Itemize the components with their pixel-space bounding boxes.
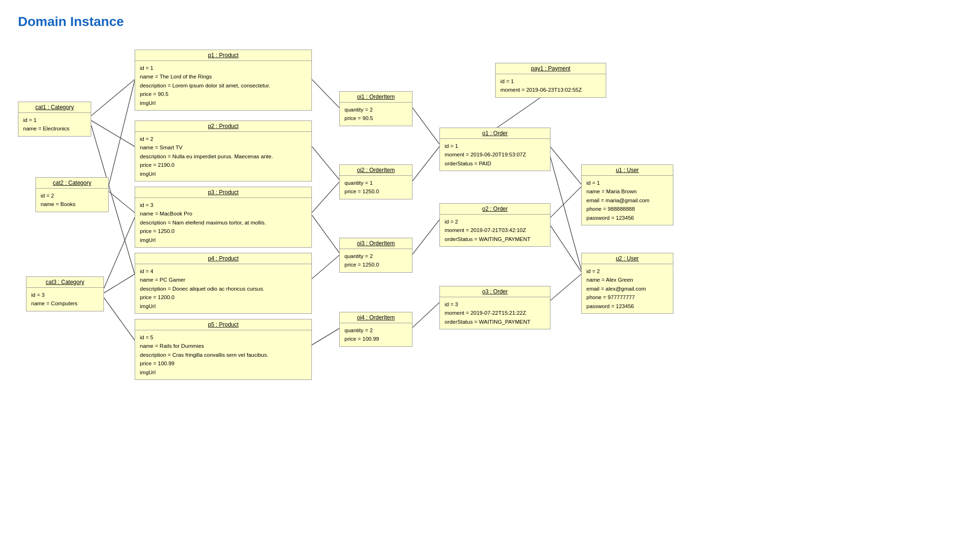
cat2-box: cat2 : Category id = 2name = Books: [35, 177, 109, 212]
cat1-body: id = 1name = Electronics: [18, 113, 91, 136]
svg-line-3: [109, 191, 135, 213]
cat3-box: cat3 : Category id = 3name = Computers: [26, 276, 104, 311]
o2-title: o2 : Order: [440, 204, 550, 215]
svg-line-20: [548, 149, 581, 269]
p1-box: p1 : Product id = 1 name = The Lord of t…: [135, 50, 312, 111]
u1-title: u1 : User: [582, 165, 673, 176]
svg-line-13: [312, 328, 339, 345]
page-title: Domain Instance: [18, 14, 124, 29]
u2-body: id = 2 name = Alex Green email = alex@gm…: [582, 264, 673, 313]
svg-line-23: [548, 274, 581, 302]
oi2-title: oi2 : OrderItem: [340, 165, 412, 176]
oi1-body: quantity = 2 price = 90.5: [340, 103, 412, 126]
p5-box: p5 : Product id = 5 name = Rails for Dum…: [135, 319, 312, 380]
cat1-title: cat1 : Category: [18, 102, 91, 113]
p4-title: p4 : Product: [135, 253, 311, 264]
svg-line-14: [413, 108, 439, 144]
o1-title: o1 : Order: [440, 128, 550, 139]
u2-title: u2 : User: [582, 253, 673, 264]
oi1-title: oi1 : OrderItem: [340, 92, 412, 103]
u2-box: u2 : User id = 2 name = Alex Green email…: [581, 253, 673, 314]
svg-line-5: [104, 274, 135, 293]
oi3-body: quantity = 2 price = 1250.0: [340, 249, 412, 272]
p2-title: p2 : Product: [135, 121, 311, 132]
svg-line-12: [312, 255, 339, 279]
p3-title: p3 : Product: [135, 187, 311, 198]
svg-line-9: [312, 146, 339, 180]
u1-body: id = 1 name = Maria Brown email = maria@…: [582, 176, 673, 225]
o3-box: o3 : Order id = 3 moment = 2019-07-22T15…: [439, 286, 550, 329]
p5-title: p5 : Product: [135, 319, 311, 330]
p2-box: p2 : Product id = 2 name = Smart TV desc…: [135, 121, 312, 181]
oi1-box: oi1 : OrderItem quantity = 2 price = 90.…: [339, 91, 413, 126]
svg-line-0: [91, 79, 135, 116]
oi4-title: oi4 : OrderItem: [340, 312, 412, 323]
svg-line-19: [548, 144, 581, 184]
o2-body: id = 2 moment = 2019-07-21T03:42:10Z ord…: [440, 215, 550, 246]
svg-line-6: [104, 298, 135, 340]
cat3-title: cat3 : Category: [26, 277, 103, 288]
oi2-body: quantity = 1 price = 1250.0: [340, 176, 412, 199]
p3-box: p3 : Product id = 3 name = MacBook Pro d…: [135, 187, 312, 248]
cat1-box: cat1 : Category id = 1name = Electronics: [18, 102, 91, 137]
o1-box: o1 : Order id = 1 moment = 2019-06-20T19…: [439, 128, 550, 171]
svg-line-15: [413, 146, 439, 181]
svg-line-11: [312, 215, 339, 253]
svg-line-22: [548, 222, 581, 272]
svg-line-16: [413, 220, 439, 254]
o3-title: o3 : Order: [440, 286, 550, 297]
oi4-body: quantity = 2 price = 100.99: [340, 323, 412, 346]
p2-body: id = 2 name = Smart TV description = Nul…: [135, 132, 311, 181]
pay1-title: pay1 : Payment: [496, 63, 606, 74]
svg-line-4: [104, 217, 135, 288]
p1-title: p1 : Product: [135, 50, 311, 61]
oi2-box: oi2 : OrderItem quantity = 1 price = 125…: [339, 164, 413, 199]
o3-body: id = 3 moment = 2019-07-22T15:21:22Z ord…: [440, 297, 550, 329]
p3-body: id = 3 name = MacBook Pro description = …: [135, 198, 311, 247]
p1-body: id = 1 name = The Lord of the Rings desc…: [135, 61, 311, 110]
cat2-body: id = 2name = Books: [36, 189, 108, 212]
svg-line-1: [91, 121, 135, 146]
oi3-title: oi3 : OrderItem: [340, 238, 412, 249]
o1-body: id = 1 moment = 2019-06-20T19:53:07Z ord…: [440, 139, 550, 171]
p4-body: id = 4 name = PC Gamer description = Don…: [135, 264, 311, 313]
cat3-body: id = 3name = Computers: [26, 288, 103, 311]
oi3-box: oi3 : OrderItem quantity = 2 price = 125…: [339, 238, 413, 273]
u1-box: u1 : User id = 1 name = Maria Brown emai…: [581, 164, 673, 225]
svg-line-2: [109, 80, 135, 186]
p5-body: id = 5 name = Rails for Dummies descript…: [135, 330, 311, 379]
svg-line-10: [312, 182, 339, 213]
svg-line-21: [548, 187, 581, 220]
svg-line-17: [413, 302, 439, 327]
pay1-body: id = 1 moment = 2019-06-23T13:02:55Z: [496, 74, 606, 97]
o2-box: o2 : Order id = 2 moment = 2019-07-21T03…: [439, 203, 550, 247]
p4-box: p4 : Product id = 4 name = PC Gamer desc…: [135, 253, 312, 314]
pay1-box: pay1 : Payment id = 1 moment = 2019-06-2…: [495, 63, 606, 98]
svg-line-8: [312, 79, 339, 108]
cat2-title: cat2 : Category: [36, 178, 108, 189]
oi4-box: oi4 : OrderItem quantity = 2 price = 100…: [339, 312, 413, 347]
